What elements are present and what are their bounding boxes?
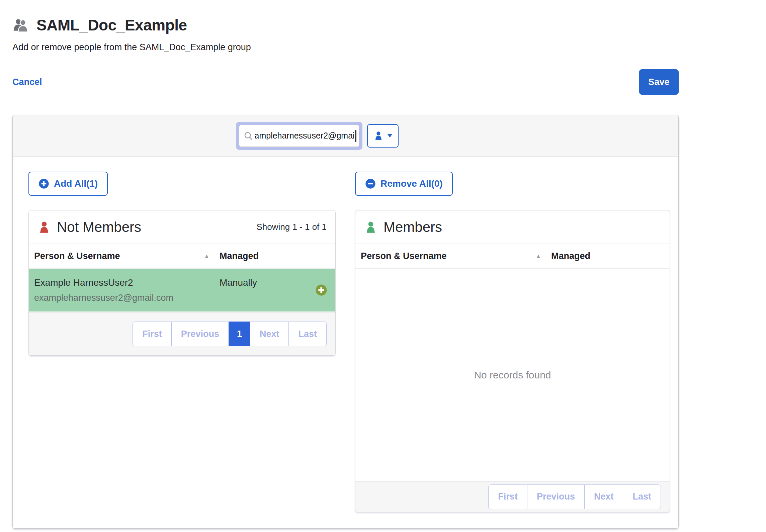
sort-asc-icon: ▲ — [204, 253, 209, 260]
members-title: Members — [384, 219, 442, 235]
page-header: SAML_Doc_Example — [12, 16, 679, 34]
remove-all-button[interactable]: Remove All(0) — [355, 172, 453, 196]
header-actions: Cancel Save — [12, 69, 679, 95]
not-members-header: Not Members Showing 1 - 1 of 1 — [29, 210, 335, 244]
pagination-first[interactable]: First — [488, 484, 527, 509]
add-user-icon[interactable] — [315, 284, 327, 296]
pagination-last[interactable]: Last — [288, 322, 327, 346]
column-person-username: Person & Username — [361, 251, 447, 261]
members-empty-area: No records found — [355, 269, 670, 481]
sort-asc-icon: ▲ — [535, 253, 541, 260]
add-all-label: Add All(1) — [54, 178, 98, 189]
remove-all-label: Remove All(0) — [380, 178, 443, 189]
sort-person-username[interactable]: Person & Username ▲ — [361, 251, 543, 261]
membership-editor: ampleharnessuser2@gmail.com) — [12, 115, 679, 529]
not-members-panel: Not Members Showing 1 - 1 of 1 Person & … — [28, 210, 336, 356]
plus-circle-icon — [38, 178, 49, 189]
not-members-footer: First Previous 1 Next Last — [29, 312, 335, 355]
add-all-button[interactable]: Add All(1) — [28, 172, 108, 196]
page-title: SAML_Doc_Example — [36, 16, 187, 34]
person-green-icon — [364, 220, 377, 234]
chevron-down-icon — [387, 134, 393, 138]
pagination-last[interactable]: Last — [623, 484, 661, 509]
members-panel: Members Person & Username ▲ Managed No r… — [355, 210, 670, 512]
column-managed[interactable]: Managed — [220, 251, 259, 261]
page-subtitle: Add or remove people from the SAML_Doc_E… — [12, 42, 679, 53]
empty-state-text: No records found — [474, 369, 551, 381]
minus-circle-icon — [365, 178, 376, 189]
bulk-actions-row: Add All(1) Remove All(0) — [28, 172, 670, 196]
text-caret — [355, 130, 356, 142]
search-strip: ampleharnessuser2@gmail.com) — [13, 115, 678, 157]
search-value: ampleharnessuser2@gmail.com) — [255, 131, 355, 141]
row-managed: Manually — [220, 277, 257, 288]
row-person-cell: Example HarnessUser2 exampleharnessuser2… — [34, 277, 211, 303]
person-icon — [373, 130, 384, 141]
members-footer: First Previous Next Last — [355, 481, 670, 512]
search-input[interactable]: ampleharnessuser2@gmail.com) — [239, 125, 359, 147]
members-column-header: Person & Username ▲ Managed — [355, 244, 670, 269]
pagination-first[interactable]: First — [133, 322, 172, 346]
members-pagination: First Previous Next Last — [488, 484, 661, 509]
members-header: Members — [355, 210, 670, 244]
pagination-page-1[interactable]: 1 — [229, 322, 250, 346]
row-name: Example HarnessUser2 — [34, 277, 211, 288]
save-button[interactable]: Save — [639, 69, 679, 95]
row-username: exampleharnessuser2@gmail.com — [34, 293, 211, 303]
search-group: ampleharnessuser2@gmail.com) — [236, 122, 399, 150]
pagination-previous[interactable]: Previous — [171, 322, 229, 346]
sort-person-username[interactable]: Person & Username ▲ — [34, 251, 211, 261]
cancel-link[interactable]: Cancel — [12, 77, 42, 87]
search-icon — [243, 131, 255, 141]
column-person-username: Person & Username — [34, 251, 120, 261]
not-members-column-header: Person & Username ▲ Managed — [29, 244, 335, 269]
search-focus-ring: ampleharnessuser2@gmail.com) — [236, 122, 362, 150]
editor-body: Add All(1) Remove All(0) — [13, 157, 678, 528]
group-people-icon — [12, 17, 30, 33]
not-members-title: Not Members — [57, 219, 141, 235]
pagination-next[interactable]: Next — [250, 322, 289, 346]
column-managed[interactable]: Managed — [551, 251, 590, 261]
search-type-dropdown[interactable] — [367, 124, 399, 148]
person-red-icon — [37, 220, 51, 234]
group-membership-page: SAML_Doc_Example Add or remove people fr… — [0, 0, 679, 529]
not-members-pagination: First Previous 1 Next Last — [133, 322, 327, 346]
panels-row: Not Members Showing 1 - 1 of 1 Person & … — [28, 210, 670, 512]
table-row[interactable]: Example HarnessUser2 exampleharnessuser2… — [29, 269, 335, 312]
pagination-next[interactable]: Next — [584, 484, 623, 509]
not-members-showing: Showing 1 - 1 of 1 — [256, 222, 327, 232]
pagination-previous[interactable]: Previous — [527, 484, 585, 509]
